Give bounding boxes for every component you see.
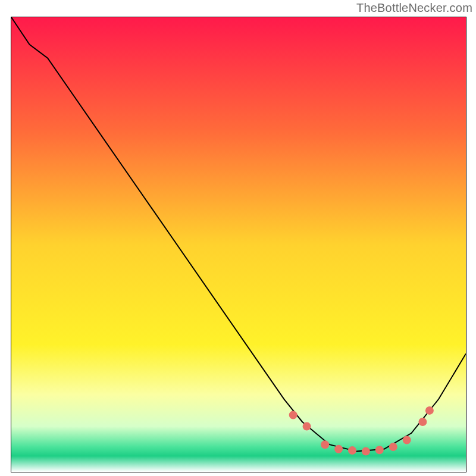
- chart-marker: [348, 446, 356, 455]
- chart-marker: [303, 422, 311, 431]
- chart-marker: [425, 406, 434, 415]
- chart-svg: [11, 17, 466, 472]
- attribution-label: TheBottleNecker.com: [356, 1, 472, 15]
- chart-marker: [321, 440, 329, 449]
- plot-area: [11, 17, 466, 472]
- chart-marker: [362, 447, 370, 456]
- chart-marker: [403, 436, 411, 444]
- chart-container: TheBottleNecker.com: [0, 0, 476, 476]
- chart-marker: [418, 418, 427, 426]
- chart-marker: [289, 411, 298, 419]
- chart-background: [11, 17, 466, 472]
- chart-marker: [334, 445, 343, 453]
- chart-marker: [375, 446, 384, 454]
- chart-marker: [389, 443, 397, 451]
